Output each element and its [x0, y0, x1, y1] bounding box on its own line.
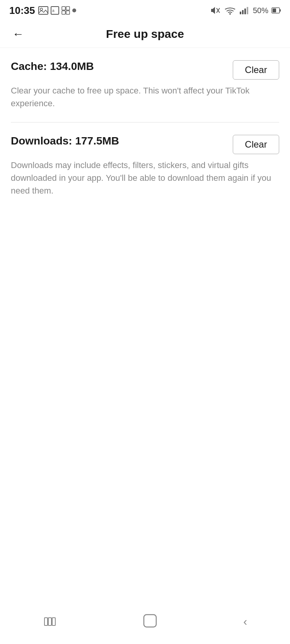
status-bar-left: 10:35 a	[9, 5, 76, 17]
svg-rect-19	[44, 618, 48, 625]
svg-text:a: a	[52, 8, 55, 13]
status-bar: 10:35 a	[0, 0, 290, 20]
nav-home-button[interactable]	[130, 610, 170, 633]
svg-rect-14	[244, 8, 246, 14]
notification-dot	[72, 8, 76, 12]
back-button[interactable]: ←	[9, 25, 27, 43]
nav-back-button[interactable]: ‹	[231, 612, 259, 631]
downloads-clear-button[interactable]: Clear	[233, 135, 279, 154]
grid-icon	[61, 6, 70, 15]
image-icon	[38, 6, 48, 15]
svg-rect-22	[144, 615, 156, 627]
svg-rect-5	[66, 7, 70, 10]
svg-marker-8	[211, 7, 215, 14]
header: ← Free up space	[0, 20, 290, 48]
back-arrow-icon: ←	[12, 28, 24, 40]
cache-description: Clear your cache to free up space. This …	[11, 84, 279, 110]
svg-rect-4	[62, 7, 65, 10]
svg-rect-13	[242, 10, 244, 14]
navigation-bar: ‹	[0, 605, 290, 644]
battery-percentage: 50%	[253, 6, 268, 15]
status-time: 10:35	[9, 5, 35, 17]
cache-clear-button[interactable]: Clear	[233, 60, 279, 80]
shopping-icon: a	[51, 6, 59, 15]
home-icon	[142, 613, 158, 630]
cache-title: Cache: 134.0MB	[11, 60, 233, 73]
status-bar-right: 50%	[210, 6, 281, 15]
svg-rect-20	[48, 618, 51, 625]
svg-rect-6	[62, 11, 65, 14]
content: Cache: 134.0MB Clear Clear your cache to…	[0, 48, 290, 209]
svg-point-11	[229, 13, 231, 15]
page-title: Free up space	[106, 27, 184, 41]
mute-icon	[210, 6, 221, 15]
svg-rect-17	[273, 8, 276, 12]
svg-rect-21	[52, 618, 55, 625]
svg-rect-18	[280, 9, 281, 12]
cache-section: Cache: 134.0MB Clear Clear your cache to…	[0, 48, 290, 122]
wifi-icon	[224, 6, 236, 15]
battery-icon	[271, 7, 281, 14]
nav-recent-apps-button[interactable]	[31, 613, 69, 630]
downloads-title: Downloads: 177.5MB	[11, 135, 233, 147]
svg-rect-0	[39, 7, 48, 14]
svg-rect-7	[66, 11, 70, 14]
signal-icon	[239, 6, 250, 15]
downloads-description: Downloads may include effects, filters, …	[11, 159, 279, 197]
svg-rect-15	[247, 7, 248, 14]
downloads-section: Downloads: 177.5MB Clear Downloads may i…	[0, 122, 290, 209]
status-icons-left: a	[38, 6, 76, 15]
recent-apps-icon	[43, 616, 57, 627]
cache-section-row: Cache: 134.0MB Clear	[11, 60, 279, 80]
nav-back-icon: ‹	[243, 615, 247, 628]
downloads-section-row: Downloads: 177.5MB Clear	[11, 135, 279, 154]
svg-rect-12	[240, 12, 241, 14]
